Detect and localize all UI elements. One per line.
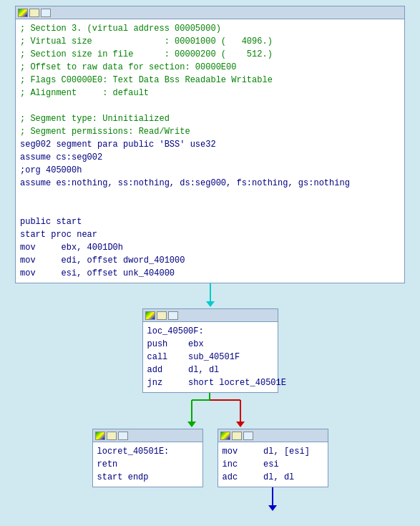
mid-code-content: loc_40500F: push ebx call sub_40501F add… [143,322,278,392]
bottom-panel: locret_40501E: retn start endp [92,429,203,487]
bottom-panel-titlebar [93,429,202,442]
small-panel: mov dl, [esi] inc esi adc dl, dl [218,429,328,487]
mid-panel-row: loc_40500F: push ebx call sub_40501F add… [15,308,405,393]
top-code-content: ; Section 3. (virtual address 00005000) … [16,19,404,283]
save-icon-bottom [107,432,117,440]
svg-marker-5 [236,422,245,427]
lower-panels-container: locret_40501E: retn start endp mov dl, [… [15,429,405,512]
mid-panel: loc_40500F: push ebx call sub_40501F add… [142,308,278,393]
svg-marker-9 [187,422,196,427]
arrow-top-to-mid-container [15,283,405,308]
color-icon-small [220,432,230,440]
svg-marker-11 [268,505,277,511]
graph-icon-mid [168,311,178,320]
mid-panel-titlebar [143,309,278,322]
main-container: ; Section 3. (virtual address 00005000) … [0,0,420,518]
small-panel-titlebar [218,429,328,442]
graph-icon-bottom [118,432,128,440]
top-panel: ; Section 3. (virtual address 00005000) … [15,6,405,283]
right-small-col: mov dl, [esi] inc esi adc dl, dl [218,429,328,512]
color-icon [18,9,28,17]
top-panel-titlebar [16,6,404,19]
mid-arrows-svg [15,393,405,429]
bottom-code-content: locret_40501E: retn start endp [93,442,202,487]
color-icon-mid [145,311,155,320]
bottom-left-col: locret_40501E: retn start endp [92,429,203,512]
mid-arrows-container [15,393,405,429]
svg-marker-1 [206,301,215,307]
graph-icon [41,9,51,17]
save-icon-small [232,432,242,440]
save-icon [29,9,39,17]
arrow-top-to-mid [200,283,221,308]
color-icon-bottom [95,432,105,440]
small-code-content: mov dl, [esi] inc esi adc dl, dl [218,442,328,487]
graph-icon-small [243,432,253,440]
save-icon-mid [157,311,167,320]
arrow-small-to-bottom [262,487,283,512]
